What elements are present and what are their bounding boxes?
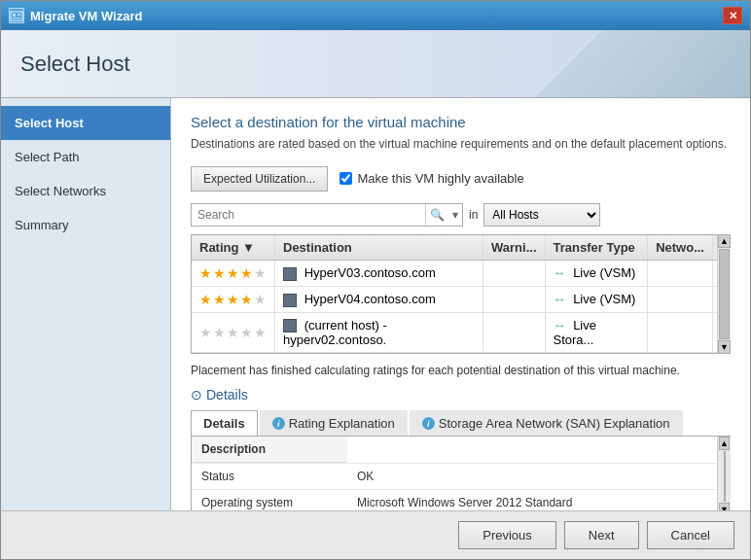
title-bar-left: Migrate VM Wizard — [9, 8, 142, 23]
star4: ★ — [240, 325, 253, 340]
scroll-down-arrow[interactable]: ▼ — [718, 340, 731, 354]
wizard-header: Select Host — [1, 30, 750, 98]
transfer-icon-2: ↔ — [554, 292, 566, 306]
row3-rating: ★ ★ ★ ★ ★ — [192, 312, 275, 353]
tab-rating-explanation[interactable]: i Rating Explanation — [260, 410, 408, 436]
row3-destination: (current host) - hyperv02.contoso. — [275, 312, 483, 353]
close-button[interactable]: ✕ — [723, 7, 742, 24]
availability-checkbox[interactable] — [340, 172, 352, 185]
details-tabs: Details i Rating Explanation i Storage A… — [191, 410, 731, 437]
placement-status: Placement has finished calculating ratin… — [191, 364, 731, 377]
server-icon — [283, 267, 297, 281]
window-title: Migrate VM Wizard — [30, 9, 142, 23]
sidebar-item-summary[interactable]: Summary — [1, 208, 170, 242]
host-table-container: Rating ▼ Destination Warni... Transfer T… — [191, 234, 731, 355]
row2-transfer: ↔ Live (VSM) — [545, 286, 648, 312]
row1-destination: HyperV03.contoso.com — [275, 260, 483, 286]
row1-rating: ★ ★ ★ ★ ★ — [192, 260, 275, 286]
search-dropdown-icon[interactable]: ▾ — [448, 208, 462, 222]
star2: ★ — [213, 292, 226, 307]
star3: ★ — [227, 325, 239, 340]
table-row[interactable]: ★ ★ ★ ★ ★ HyperV04.contoso.com — [192, 286, 730, 312]
star1: ★ — [199, 325, 212, 340]
col-transfer-type: Transfer Type — [545, 235, 648, 261]
scroll-thumb[interactable] — [719, 249, 730, 340]
row2-warnings — [483, 286, 545, 312]
row2-rating: ★ ★ ★ ★ ★ — [192, 286, 275, 312]
details-row-os: Operating system Microsoft Windows Serve… — [192, 490, 730, 510]
main-title: Select a destination for the virtual mac… — [191, 114, 731, 130]
scroll-up-arrow[interactable]: ▲ — [718, 234, 731, 248]
sidebar-item-select-host[interactable]: Select Host — [1, 106, 170, 140]
details-row-status: Status OK — [192, 464, 730, 490]
col-warnings: Warni... — [483, 235, 545, 261]
info-icon-san: i — [422, 417, 435, 430]
star3: ★ — [227, 265, 239, 281]
host-select[interactable]: All Hosts — [483, 203, 600, 227]
col-network: Netwo... — [648, 235, 713, 261]
row2-destination: HyperV04.contoso.com — [275, 286, 483, 312]
star1: ★ — [199, 265, 212, 281]
availability-checkbox-label[interactable]: Make this VM highly available — [340, 171, 523, 186]
host-table-wrapper: Rating ▼ Destination Warni... Transfer T… — [191, 234, 731, 355]
row1-warnings — [483, 260, 545, 286]
info-icon-rating: i — [272, 417, 285, 430]
search-input[interactable] — [192, 204, 425, 226]
search-icon[interactable]: 🔍 — [426, 208, 448, 222]
sidebar-item-select-path[interactable]: Select Path — [1, 140, 170, 174]
wizard-header-title: Select Host — [20, 52, 130, 77]
title-bar: Migrate VM Wizard ✕ — [1, 1, 750, 30]
row3-network — [648, 312, 713, 353]
svg-rect-0 — [11, 12, 22, 20]
row3-transfer: ↔ Live Stora... — [545, 312, 648, 353]
sidebar-item-select-networks[interactable]: Select Networks — [1, 174, 170, 208]
server-icon — [283, 294, 297, 307]
main-description: Destinations are rated based on the virt… — [191, 136, 731, 153]
star5: ★ — [254, 292, 267, 307]
svg-rect-2 — [18, 14, 20, 16]
details-col-val — [347, 437, 730, 463]
details-scroll-up[interactable]: ▲ — [719, 437, 730, 450]
table-row[interactable]: ★ ★ ★ ★ ★ (current host) - hyp — [192, 312, 730, 353]
tab-san-explanation[interactable]: i Storage Area Network (SAN) Explanation — [410, 410, 683, 436]
details-content: Description Status OK Operating system M… — [191, 437, 731, 510]
footer: Previous Next Cancel — [1, 510, 750, 559]
details-scroll-down[interactable]: ▼ — [719, 503, 730, 510]
star5: ★ — [254, 325, 267, 340]
details-scrollbar[interactable]: ▲ ▼ — [717, 437, 731, 510]
in-label: in — [469, 208, 478, 222]
search-input-wrap: 🔍 ▾ — [191, 203, 463, 227]
row1-transfer: ↔ Live (VSM) — [545, 260, 648, 286]
details-toggle[interactable]: ⊙ Details — [191, 387, 731, 402]
star5: ★ — [254, 265, 267, 281]
wizard-window: Migrate VM Wizard ✕ Select Host Select H… — [0, 0, 751, 560]
expected-utilization-button[interactable]: Expected Utilization... — [191, 166, 328, 192]
next-button[interactable]: Next — [564, 521, 639, 549]
star4: ★ — [240, 265, 253, 281]
previous-button[interactable]: Previous — [458, 521, 556, 549]
star2: ★ — [213, 265, 226, 281]
toolbar: Expected Utilization... Make this VM hig… — [191, 166, 731, 192]
svg-rect-3 — [13, 18, 20, 18]
tab-details[interactable]: Details — [191, 410, 258, 436]
star4: ★ — [240, 292, 253, 307]
search-icons: 🔍 ▾ — [425, 204, 462, 226]
table-scrollbar[interactable]: ▲ ▼ — [717, 234, 731, 355]
table-row[interactable]: ★ ★ ★ ★ ★ HyperV03.contoso.com — [192, 260, 730, 286]
wizard-body: Select Host Select Path Select Networks … — [1, 98, 750, 510]
svg-rect-1 — [13, 14, 16, 17]
row1-network — [648, 260, 713, 286]
cancel-button[interactable]: Cancel — [647, 521, 734, 549]
details-scroll-thumb[interactable] — [724, 451, 726, 502]
sidebar: Select Host Select Path Select Networks … — [1, 98, 171, 510]
details-col-key: Description — [192, 437, 347, 463]
server-icon — [283, 319, 297, 332]
transfer-icon-3: ↔ — [554, 318, 566, 332]
col-rating: Rating ▼ — [192, 235, 275, 261]
star1: ★ — [199, 292, 212, 307]
details-table: Description Status OK Operating system M… — [191, 437, 731, 510]
search-bar: 🔍 ▾ in All Hosts — [191, 203, 731, 227]
transfer-icon-1: ↔ — [554, 265, 566, 280]
col-destination: Destination — [275, 235, 483, 261]
star3: ★ — [227, 292, 239, 307]
